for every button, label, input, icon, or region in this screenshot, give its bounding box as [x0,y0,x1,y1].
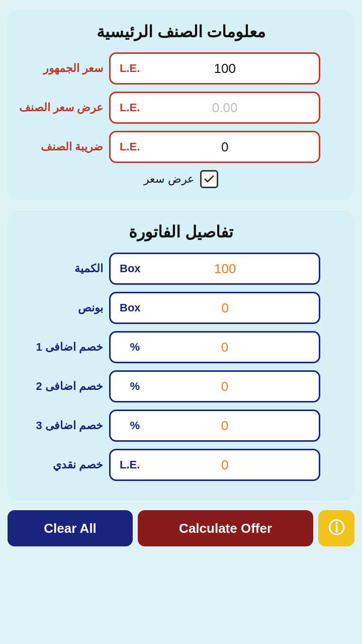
extra-discount-3-unit: % [120,419,140,432]
show-price-row: عرض سعر [18,170,344,188]
item-tax-value: 0 [140,139,310,155]
bonus-label: بونص [18,301,103,314]
quantity-value: 100 [141,261,310,277]
item-price-offer-input[interactable]: L.E. 0.00 [109,92,320,124]
cash-discount-unit: L.E. [120,458,140,471]
info-button[interactable]: ⓘ [318,510,354,546]
extra-discount-2-row: % 0 خصم اضافى 2 [18,370,344,403]
section2-card: تفاصيل الفاتورة Box 100 الكمية Box 0 بون… [8,210,354,500]
item-price-offer-label: عرض سعر الصنف [18,101,103,114]
bonus-unit: Box [120,301,141,314]
public-price-label: سعر الجمهور [18,62,103,75]
quantity-unit: Box [120,262,141,275]
clear-all-button[interactable]: Clear All [8,510,133,546]
quantity-row: Box 100 الكمية [18,253,344,285]
item-tax-input[interactable]: L.E. 0 [109,131,320,163]
extra-discount-2-unit: % [120,380,140,393]
extra-discount-1-label: خصم اضافى 1 [18,341,103,354]
cash-discount-label: خصم نقدي [18,458,103,471]
public-price-input[interactable]: L.E. 100 [109,52,320,85]
show-price-label: عرض سعر [144,173,194,186]
bonus-row: Box 0 بونص [18,292,344,324]
public-price-value: 100 [140,61,310,76]
extra-discount-3-label: خصم اضافى 3 [18,419,103,432]
extra-discount-2-label: خصم اضافى 2 [18,380,103,393]
item-tax-unit: L.E. [120,140,140,153]
bonus-input[interactable]: Box 0 [109,292,320,324]
item-price-offer-row: L.E. 0.00 عرض سعر الصنف [18,92,344,124]
extra-discount-2-input[interactable]: % 0 [109,370,320,403]
quantity-input[interactable]: Box 100 [109,253,320,285]
public-price-unit: L.E. [120,62,140,75]
calculate-offer-button[interactable]: Calculate Offer [138,510,313,546]
public-price-row: L.E. 100 سعر الجمهور [18,52,344,85]
extra-discount-2-value: 0 [140,379,310,394]
extra-discount-1-row: % 0 خصم اضافى 1 [18,331,344,363]
item-price-offer-unit: L.E. [120,101,140,114]
item-tax-label: ضريبة الصنف [18,140,103,153]
info-icon: ⓘ [328,517,344,539]
section1-title: معلومات الصنف الرئيسية [18,22,344,41]
extra-discount-1-value: 0 [140,340,310,355]
item-price-offer-value: 0.00 [140,100,310,116]
section2-title: تفاصيل الفاتورة [18,222,344,242]
bottom-bar: Clear All Calculate Offer ⓘ [8,510,354,551]
show-price-checkbox[interactable] [200,170,218,188]
bonus-value: 0 [141,300,310,316]
section1-card: معلومات الصنف الرئيسية L.E. 100 سعر الجم… [8,10,354,200]
extra-discount-3-input[interactable]: % 0 [109,410,320,442]
item-tax-row: L.E. 0 ضريبة الصنف [18,131,344,163]
extra-discount-1-unit: % [120,341,140,354]
cash-discount-value: 0 [140,457,310,473]
extra-discount-3-row: % 0 خصم اضافى 3 [18,410,344,442]
cash-discount-row: L.E. 0 خصم نقدي [18,449,344,481]
quantity-label: الكمية [18,262,103,275]
extra-discount-1-input[interactable]: % 0 [109,331,320,363]
extra-discount-3-value: 0 [140,418,310,434]
cash-discount-input[interactable]: L.E. 0 [109,449,320,481]
